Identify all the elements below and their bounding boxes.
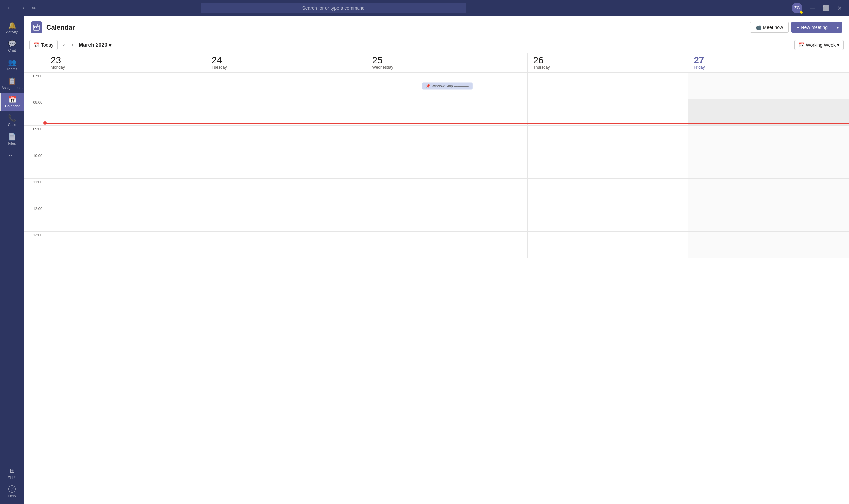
time-label-08: 08:00	[24, 99, 45, 126]
cell-fri-09[interactable]	[688, 126, 849, 152]
days-header: 23 Monday 24 Tuesday 25 Wednesday 26 Thu…	[24, 53, 849, 73]
cell-thu-07[interactable]	[527, 73, 688, 99]
day-name-wed: Wednesday	[373, 65, 522, 70]
cell-tue-08[interactable]	[206, 99, 367, 126]
window-snip-tooltip: 📌 Window Snip ————	[422, 82, 472, 89]
back-button[interactable]: ←	[4, 4, 15, 12]
activity-icon: 🔔	[8, 22, 16, 29]
sidebar-item-label: Apps	[7, 475, 16, 479]
sidebar-item-teams[interactable]: 👥 Teams	[0, 56, 24, 74]
cell-wed-11[interactable]	[367, 179, 528, 205]
edit-button[interactable]: ✏	[32, 5, 36, 11]
minimize-button[interactable]: —	[806, 4, 818, 13]
maximize-button[interactable]: ⬜	[819, 4, 833, 13]
sidebar-item-label: Help	[8, 494, 16, 498]
help-icon: ?	[8, 485, 16, 493]
cell-thu-12[interactable]	[527, 205, 688, 232]
today-icon: 📅	[34, 42, 39, 48]
day-number-25: 25	[373, 56, 522, 65]
cell-fri-07[interactable]	[688, 73, 849, 99]
cell-thu-09[interactable]	[527, 126, 688, 152]
cell-mon-13[interactable]	[45, 232, 206, 258]
cell-thu-11[interactable]	[527, 179, 688, 205]
month-label[interactable]: March 2020 ▾	[78, 42, 111, 49]
sidebar-item-more[interactable]: ···	[0, 148, 24, 161]
new-meeting-dropdown-button[interactable]: ▾	[833, 21, 842, 33]
view-dropdown-icon: ▾	[837, 42, 839, 48]
sidebar-item-assignments[interactable]: 📋 Assignments	[0, 74, 24, 93]
calendar-grid: 23 Monday 24 Tuesday 25 Wednesday 26 Thu…	[24, 53, 849, 504]
cell-mon-11[interactable]	[45, 179, 206, 205]
sidebar-item-activity[interactable]: 🔔 Activity	[0, 19, 24, 37]
cell-tue-09[interactable]	[206, 126, 367, 152]
forward-button[interactable]: →	[17, 4, 28, 12]
titlebar-right: ZG — ⬜ ✕	[792, 3, 845, 13]
cell-tue-10[interactable]	[206, 152, 367, 179]
sidebar-item-label: Files	[8, 141, 16, 145]
sidebar-item-label: Activity	[6, 30, 18, 34]
sidebar-item-calls[interactable]: 📞 Calls	[0, 111, 24, 130]
cell-fri-12[interactable]	[688, 205, 849, 232]
cell-mon-08[interactable]	[45, 99, 206, 126]
avatar[interactable]: ZG	[792, 3, 802, 13]
sidebar-item-chat[interactable]: 💬 Chat	[0, 37, 24, 56]
cell-mon-07[interactable]	[45, 73, 206, 99]
cell-thu-10[interactable]	[527, 152, 688, 179]
svg-rect-5	[36, 27, 37, 28]
calendar-icon: 📅	[8, 96, 17, 103]
nav-buttons: ← →	[4, 4, 28, 12]
cell-fri-13[interactable]	[688, 232, 849, 258]
search-input[interactable]	[201, 3, 466, 13]
cell-tue-11[interactable]	[206, 179, 367, 205]
cell-wed-07[interactable]: 📌 Window Snip ————	[367, 73, 528, 99]
search-bar	[201, 3, 466, 13]
apps-icon: ⊞	[10, 468, 15, 473]
cell-fri-08[interactable]	[688, 99, 849, 126]
day-name-tue: Tuesday	[212, 65, 361, 70]
more-icon: ···	[8, 152, 15, 158]
svg-rect-6	[35, 29, 35, 29]
calendar-header-icon	[31, 21, 42, 33]
time-grid: 07:00 📌 Window Snip ———— 08:00	[24, 73, 849, 258]
cell-wed-13[interactable]	[367, 232, 528, 258]
cell-tue-07[interactable]	[206, 73, 367, 99]
next-week-button[interactable]: ›	[69, 41, 76, 49]
page-title: Calendar	[47, 23, 75, 31]
svg-rect-7	[36, 29, 37, 29]
chat-icon: 💬	[8, 40, 16, 47]
cell-thu-13[interactable]	[527, 232, 688, 258]
day-col-header-tue: 24 Tuesday	[206, 53, 367, 72]
files-icon: 📄	[8, 133, 16, 140]
view-selector[interactable]: 📅 Working Week ▾	[794, 40, 844, 50]
cell-wed-08[interactable]	[367, 99, 528, 126]
cell-thu-08[interactable]	[527, 99, 688, 126]
sidebar-item-help[interactable]: ? Help	[0, 482, 24, 501]
prev-week-button[interactable]: ‹	[60, 41, 67, 49]
time-label-10: 10:00	[24, 152, 45, 179]
new-meeting-button[interactable]: + New meeting	[791, 21, 833, 33]
today-button[interactable]: 📅 Today	[29, 40, 58, 50]
calendar-body[interactable]: 07:00 📌 Window Snip ———— 08:00	[24, 73, 849, 504]
cell-tue-12[interactable]	[206, 205, 367, 232]
teams-icon: 👥	[8, 59, 16, 66]
time-label-12: 12:00	[24, 205, 45, 232]
cell-fri-10[interactable]	[688, 152, 849, 179]
sidebar-item-label: Teams	[7, 67, 17, 71]
meet-now-button[interactable]: 📹 Meet now	[750, 21, 789, 33]
cell-wed-12[interactable]	[367, 205, 528, 232]
time-label-11: 11:00	[24, 179, 45, 205]
cell-mon-10[interactable]	[45, 152, 206, 179]
cell-mon-12[interactable]	[45, 205, 206, 232]
sidebar-item-files[interactable]: 📄 Files	[0, 130, 24, 148]
cell-wed-10[interactable]	[367, 152, 528, 179]
cell-wed-09[interactable]	[367, 126, 528, 152]
cell-tue-13[interactable]	[206, 232, 367, 258]
day-number-24: 24	[212, 56, 361, 65]
calendar-header: Calendar 📹 Meet now + New meeting ▾	[24, 16, 849, 37]
window-controls: — ⬜ ✕	[806, 4, 845, 13]
close-button[interactable]: ✕	[834, 4, 845, 13]
cell-fri-11[interactable]	[688, 179, 849, 205]
sidebar-item-apps[interactable]: ⊞ Apps	[0, 464, 24, 482]
sidebar-item-calendar[interactable]: 📅 Calendar	[0, 93, 24, 111]
cell-mon-09[interactable]	[45, 126, 206, 152]
